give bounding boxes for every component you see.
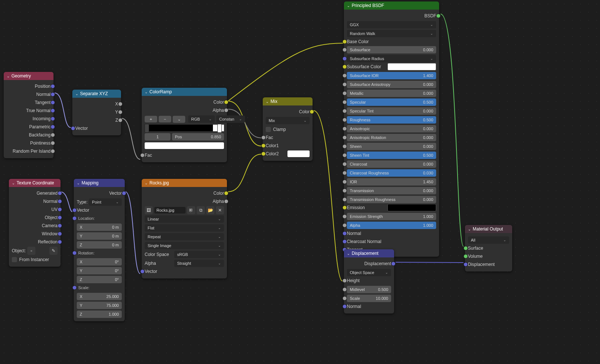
disp-header[interactable]: ⌄ Displacement [344, 249, 394, 257]
node-mix[interactable]: ⌄ Mix Color Mix⌄ Clamp Fac Color1 Color2 [263, 97, 313, 161]
colorramp-index[interactable]: 1 [145, 133, 170, 141]
bsdf-alpha[interactable]: Alpha1.000 [347, 222, 436, 229]
node-separate-xyz[interactable]: ⌄ Separate XYZ X Y Z Vector [72, 90, 121, 135]
img-alpha-mode[interactable]: Straight⌄ [174, 260, 224, 267]
duplicate-icon[interactable]: ⧉ [197, 206, 205, 214]
img-interp[interactable]: Linear⌄ [145, 215, 224, 223]
img-out-alpha: Alpha [213, 199, 224, 204]
colorramp-stop-1[interactable] [217, 124, 222, 133]
disp-space[interactable]: Object Space⌄ [347, 269, 391, 276]
image-filename[interactable]: Rocks.jpg [154, 207, 186, 214]
chevron-down-icon: ⌄ [468, 227, 471, 231]
colorramp-remove[interactable]: − [159, 116, 171, 122]
geometry-header[interactable]: ⌄ Geometry [4, 72, 54, 80]
mapping-rot-z[interactable]: Z0° [77, 276, 122, 283]
geom-out-random: Random Per Island [13, 149, 51, 154]
img-extension[interactable]: Repeat⌄ [145, 233, 224, 240]
bsdf-header[interactable]: ⌄ Principled BSDF [344, 1, 439, 10]
mix-c2: Color2 [266, 151, 279, 156]
node-geometry[interactable]: ⌄ Geometry Position Normal Tangent True … [4, 72, 54, 158]
unlink-icon[interactable]: ✕ [216, 206, 224, 214]
node-material-output[interactable]: ⌄ Material Output All⌄ Surface Volume Di… [465, 225, 512, 271]
disp-midlevel[interactable]: Midlevel0.500 [347, 286, 391, 293]
colorramp-pos[interactable]: Pos0.850 [172, 133, 224, 141]
img-source[interactable]: Single Image⌄ [145, 242, 224, 249]
mapping-loc-y[interactable]: Y0 m [77, 232, 122, 240]
colorramp-menu[interactable]: ⌄ [173, 116, 185, 123]
mapping-scale-y[interactable]: Y75.000 [77, 302, 122, 309]
bsdf-emit-str[interactable]: Emission Strength1.000 [347, 213, 436, 220]
colorramp-add[interactable]: + [145, 116, 157, 122]
bsdf-roughness[interactable]: Roughness0.500 [347, 116, 436, 124]
colorramp-swatch[interactable] [145, 142, 224, 149]
chevron-down-icon: ⌄ [145, 181, 148, 185]
sepxyz-header[interactable]: ⌄ Separate XYZ [72, 90, 121, 98]
mix-title: Mix [270, 99, 277, 104]
mix-out-color: Color [299, 109, 310, 114]
bsdf-ss-ior[interactable]: Subsurface IOR1.400 [347, 72, 436, 79]
matout-surface: Surface [468, 246, 483, 251]
image-browse-icon[interactable]: 🖼 [145, 206, 153, 214]
node-image-texture[interactable]: ⌄ Rocks.jpg Color Alpha 🖼 Rocks.jpg ⛨ ⧉ … [142, 179, 227, 278]
texcoord-header[interactable]: ⌄ Texture Coordinate [9, 179, 61, 187]
bsdf-ss-color-swatch[interactable] [387, 63, 436, 70]
open-icon[interactable]: 📂 [206, 206, 214, 214]
mapping-rot-y[interactable]: Y0° [77, 267, 122, 274]
mapping-header[interactable]: ⌄ Mapping [74, 179, 125, 187]
eyedropper-icon[interactable]: ✎ [49, 247, 58, 255]
bsdf-ss-aniso[interactable]: Subsurface Anisotropy0.000 [347, 81, 436, 88]
mapping-title: Mapping [82, 180, 99, 186]
node-displacement[interactable]: ⌄ Displacement Displacement Object Space… [344, 249, 394, 313]
bsdf-metallic[interactable]: Metallic0.000 [347, 90, 436, 97]
mapping-rot-x[interactable]: X0° [77, 258, 122, 266]
bsdf-trans-rough[interactable]: Transmission Roughness0.000 [347, 196, 436, 203]
mapping-loc-x[interactable]: X0 m [77, 223, 122, 231]
node-mapping[interactable]: ⌄ Mapping Vector Type:Point⌄ Vector Loca… [74, 179, 125, 321]
disp-scale[interactable]: Scale10.000 [347, 295, 391, 302]
matout-header[interactable]: ⌄ Material Output [465, 225, 512, 233]
bsdf-sheen-tint[interactable]: Sheen Tint0.500 [347, 152, 436, 159]
geom-out-tangent: Tangent [35, 100, 51, 105]
geometry-title: Geometry [11, 73, 31, 79]
bsdf-transmission[interactable]: Transmission0.000 [347, 187, 436, 194]
bsdf-clearcoat[interactable]: Clearcoat0.000 [347, 160, 436, 168]
image-header[interactable]: ⌄ Rocks.jpg [142, 179, 227, 187]
mapping-scale-z[interactable]: Z1.000 [77, 311, 122, 318]
mapping-vecout: Vector [109, 191, 122, 196]
colorramp-header[interactable]: ⌄ ColorRamp [142, 88, 227, 96]
bsdf-subsurface[interactable]: Subsurface0.000 [347, 46, 436, 53]
matout-target[interactable]: All⌄ [468, 236, 509, 244]
mix-blend[interactable]: Mix⌄ [266, 117, 310, 124]
img-projection[interactable]: Flat⌄ [145, 224, 224, 232]
bsdf-emission-swatch[interactable] [387, 204, 436, 211]
bsdf-ss-radius[interactable]: Subsurface Radius⌄ [347, 55, 436, 62]
colorramp-stop-0[interactable] [145, 124, 149, 133]
bsdf-cc-rough[interactable]: Clearcoat Roughness0.030 [347, 169, 436, 177]
bsdf-dist[interactable]: GGX⌄ [347, 21, 436, 28]
shield-icon[interactable]: ⛨ [187, 206, 195, 214]
colorramp-gradient[interactable] [145, 125, 224, 131]
bsdf-aniso[interactable]: Anisotropic0.000 [347, 125, 436, 132]
colorramp-mode[interactable]: RGB⌄ [188, 115, 215, 123]
bsdf-spec-tint[interactable]: Specular Tint0.000 [347, 107, 436, 115]
mapping-scale-x[interactable]: X25.000 [77, 293, 122, 300]
node-principled-bsdf[interactable]: ⌄ Principled BSDF BSDF GGX⌄ Random Walk⌄… [344, 1, 439, 257]
bsdf-specular[interactable]: Specular0.500 [347, 98, 436, 106]
img-alpha-label: Alpha [145, 261, 173, 266]
object-picker-field[interactable]: ▫ [27, 247, 35, 255]
bsdf-ior[interactable]: IOR1.450 [347, 178, 436, 186]
node-texcoord[interactable]: ⌄ Texture Coordinate Generated Normal UV… [9, 179, 61, 267]
mapping-type[interactable]: Point⌄ [89, 198, 122, 206]
from-instancer-checkbox[interactable] [12, 257, 17, 262]
bsdf-sheen[interactable]: Sheen0.000 [347, 143, 436, 150]
colorramp-out-color: Color [213, 100, 224, 105]
img-colorspace[interactable]: sRGB⌄ [174, 251, 224, 258]
node-colorramp[interactable]: ⌄ ColorRamp Color Alpha + − ⌄ RGB⌄ Const… [142, 88, 227, 162]
mapping-loc-z[interactable]: Z0 m [77, 241, 122, 249]
mix-clamp-checkbox[interactable] [266, 127, 271, 132]
bsdf-sss-method[interactable]: Random Walk⌄ [347, 30, 436, 37]
mix-header[interactable]: ⌄ Mix [263, 97, 313, 105]
colorramp-interp[interactable]: Constan⌄ [216, 115, 245, 123]
bsdf-aniso-rot[interactable]: Anisotropic Rotation0.000 [347, 134, 436, 141]
mix-color2-swatch[interactable] [287, 150, 310, 157]
